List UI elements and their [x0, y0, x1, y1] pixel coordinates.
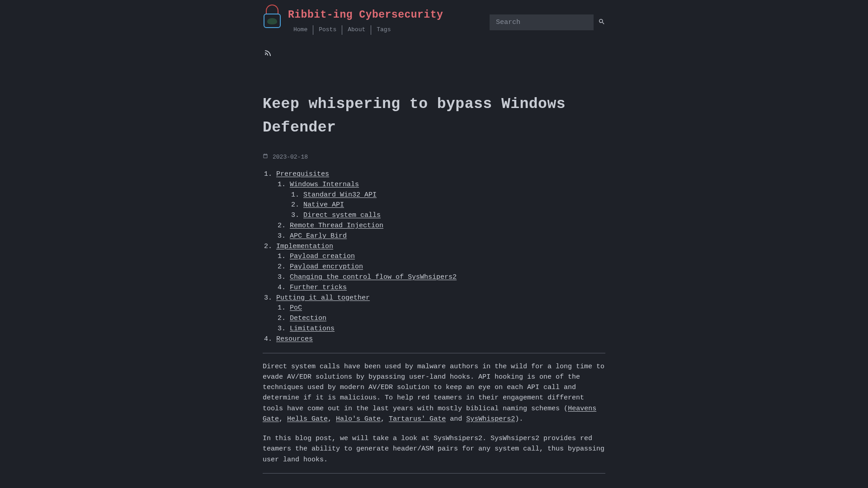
rss-link[interactable] [264, 51, 271, 58]
main-nav: Home Posts About Tags [288, 25, 443, 35]
site-logo[interactable] [263, 2, 282, 29]
search-input[interactable] [490, 14, 594, 30]
toc-standard-win32-api[interactable]: Standard Win32 API [303, 191, 377, 199]
toc-remote-thread-injection[interactable]: Remote Thread Injection [290, 222, 383, 230]
heading-prerequisites: Prerequisites [263, 484, 605, 488]
toc-native-api[interactable]: Native API [303, 201, 344, 209]
toc-windows-internals[interactable]: Windows Internals [290, 181, 359, 188]
link-halos-gate[interactable]: Halo's Gate [336, 415, 381, 423]
toc-implementation[interactable]: Implementation [276, 243, 333, 250]
toc-direct-system-calls[interactable]: Direct system calls [303, 211, 381, 219]
post-title: Keep whispering to bypass Windows Defend… [263, 93, 605, 141]
rss-icon [264, 51, 271, 58]
search-icon [598, 20, 605, 27]
toc-resources[interactable]: Resources [276, 335, 313, 343]
post-date-text: 2023-02-18 [273, 153, 308, 162]
divider [263, 473, 605, 474]
toc-poc[interactable]: PoC [290, 304, 302, 312]
link-tartarus-gate[interactable]: Tartarus' Gate [389, 415, 446, 423]
toc-payload-encryption[interactable]: Payload encryption [290, 263, 363, 271]
table-of-contents: Prerequisites Windows Internals Standard… [263, 169, 605, 345]
toc-limitations[interactable]: Limitations [290, 325, 335, 333]
site-title[interactable]: Ribbit-ing Cybersecurity [288, 7, 443, 23]
post-date: 2023-02-18 [263, 153, 605, 162]
intro-paragraph-1: Direct system calls have been used by ma… [263, 361, 605, 425]
toc-putting-together[interactable]: Putting it all together [276, 294, 370, 302]
toc-payload-creation[interactable]: Payload creation [290, 253, 355, 260]
link-syswhispers2[interactable]: SysWhispers2 [466, 415, 515, 423]
nav-tags[interactable]: Tags [371, 25, 396, 35]
nav-about[interactable]: About [342, 25, 371, 35]
intro-paragraph-2: In this blog post, we will take a look a… [263, 433, 605, 465]
toc-detection[interactable]: Detection [290, 314, 326, 322]
nav-posts[interactable]: Posts [313, 25, 342, 35]
search-button[interactable] [598, 18, 605, 27]
toc-changing-control-flow[interactable]: Changing the control flow of SysWhsipers… [290, 273, 457, 281]
toc-further-tricks[interactable]: Further tricks [290, 284, 347, 291]
link-hells-gate[interactable]: Hells Gate [287, 415, 328, 423]
calendar-icon [263, 153, 268, 162]
nav-home[interactable]: Home [293, 25, 313, 35]
toc-apc-early-bird[interactable]: APC Early Bird [290, 232, 347, 240]
toc-prerequisites[interactable]: Prerequisites [276, 170, 329, 178]
divider [263, 353, 605, 353]
